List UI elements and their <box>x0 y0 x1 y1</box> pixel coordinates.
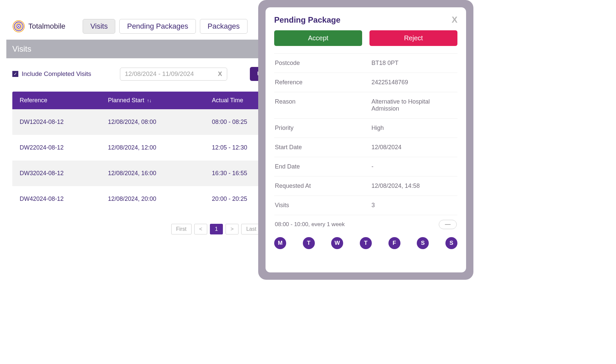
details-list: PostcodeBT18 0PT Reference24225148769 Re… <box>274 53 457 215</box>
day-sun[interactable]: S <box>445 237 457 249</box>
panel-header: Pending Package X <box>274 15 457 25</box>
page-next[interactable]: > <box>226 224 239 234</box>
accept-button[interactable]: Accept <box>274 30 362 46</box>
brand-name: Totalmobile <box>28 22 65 31</box>
reject-button[interactable]: Reject <box>369 30 457 46</box>
schedule-row: 08:00 - 10:00, every 1 week — <box>274 215 457 232</box>
detail-end-date: End Date- <box>274 157 457 176</box>
day-mon[interactable]: M <box>274 237 286 249</box>
detail-reference: Reference24225148769 <box>274 73 457 92</box>
action-buttons: Accept Reject <box>274 30 457 46</box>
days-row: M T W T F S S <box>274 237 457 249</box>
detail-requested-at: Requested At12/08/2024, 14:58 <box>274 176 457 195</box>
panel-title: Pending Package <box>274 15 340 25</box>
page-prev[interactable]: < <box>194 224 207 234</box>
schedule-text: 08:00 - 10:00, every 1 week <box>275 221 345 228</box>
close-icon[interactable]: X <box>452 15 457 25</box>
page-current[interactable]: 1 <box>210 224 223 234</box>
brand-logo-icon <box>12 20 25 33</box>
svg-point-4 <box>18 26 19 27</box>
nav-tabs: Visits Pending Packages Packages <box>83 19 247 34</box>
clear-date-icon[interactable]: X <box>218 70 222 78</box>
pending-package-panel: Pending Package X Accept Reject Postcode… <box>266 7 466 272</box>
brand: Totalmobile <box>12 20 65 33</box>
tab-pending-packages[interactable]: Pending Packages <box>119 19 196 34</box>
sort-icon: ↑↓ <box>147 98 152 103</box>
detail-postcode: PostcodeBT18 0PT <box>274 53 457 73</box>
col-reference[interactable]: Reference <box>20 97 108 104</box>
include-completed-checkbox[interactable]: ✓ Include Completed Visits <box>12 70 91 78</box>
day-tue[interactable]: T <box>303 237 315 249</box>
date-range-input[interactable]: 12/08/2024 - 11/09/2024 X <box>120 68 227 81</box>
include-completed-label: Include Completed Visits <box>22 70 91 78</box>
day-wed[interactable]: W <box>331 237 343 249</box>
detail-visits: Visits3 <box>274 195 457 215</box>
checkbox-icon: ✓ <box>12 71 18 77</box>
page-title: Visits <box>12 44 31 53</box>
date-range-value: 12/08/2024 - 11/09/2024 <box>125 70 194 78</box>
detail-reason: ReasonAlternative to Hospital Admission <box>274 92 457 118</box>
col-planned-start[interactable]: Planned Start ↑↓ <box>108 97 212 104</box>
day-sat[interactable]: S <box>417 237 429 249</box>
side-panel-container: Pending Package X Accept Reject Postcode… <box>258 0 473 280</box>
schedule-toggle[interactable]: — <box>439 220 457 229</box>
detail-priority: PriorityHigh <box>274 118 457 138</box>
detail-start-date: Start Date12/08/2024 <box>274 138 457 157</box>
tab-packages[interactable]: Packages <box>200 19 248 34</box>
day-fri[interactable]: F <box>388 237 400 249</box>
tab-visits[interactable]: Visits <box>83 19 115 34</box>
page-first[interactable]: First <box>171 224 192 234</box>
day-thu[interactable]: T <box>360 237 372 249</box>
